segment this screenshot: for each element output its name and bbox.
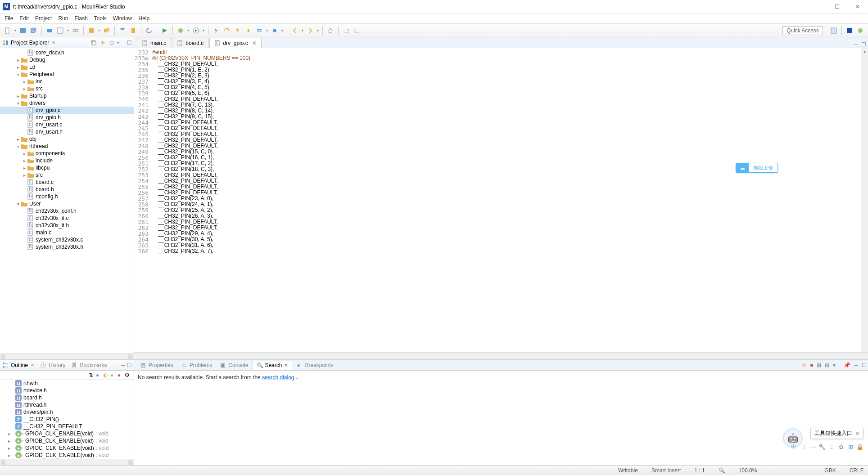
filter-local-icon[interactable]: ● [118, 372, 124, 378]
tool-8[interactable]: 🔒 [856, 443, 863, 450]
maximize-panel-icon[interactable]: ☐ [860, 362, 868, 368]
outline-item[interactable]: #__CH32_PIN_DEFAULT [0, 423, 134, 430]
new-button[interactable] [3, 26, 13, 36]
outline-item[interactable]: ▸●sGPIOB_CLK_ENABLE(void) : void [0, 437, 134, 444]
overview-ruler[interactable]: ▴ ▾ [861, 48, 868, 352]
outline-list[interactable]: ⊔rthw.h⊔rtdevice.h⊔board.h⊔rtthread.h⊔dr… [0, 380, 134, 459]
clean-button[interactable] [128, 26, 138, 36]
tree-item[interactable]: ▾Peripheral [0, 71, 134, 78]
step-return-button[interactable] [244, 26, 253, 36]
menu-edit[interactable]: Edit [19, 15, 29, 22]
tree-hscroll[interactable] [0, 353, 134, 359]
code-content[interactable]: #endif #if (CH32V30X_PIN_NUMBERS == 100)… [152, 48, 861, 352]
minimize-button[interactable]: ─ [806, 0, 827, 13]
tree-item[interactable]: hboard.h [0, 186, 134, 193]
editor-tab[interactable]: cmain.c [137, 38, 171, 48]
filter-public-icon[interactable]: ● [110, 372, 117, 378]
pin-button[interactable] [326, 26, 335, 36]
close-icon[interactable]: ✕ [31, 363, 34, 367]
status-eol[interactable]: CRLF [850, 467, 863, 474]
tree-item[interactable]: cdrv_gpio.c [0, 107, 134, 114]
tool-2[interactable]: ☽ [800, 443, 807, 450]
tree-item[interactable]: ▸inc [0, 78, 134, 85]
menu-run[interactable]: Run [58, 15, 68, 22]
instruction-step-button[interactable] [254, 26, 264, 36]
tree-item[interactable]: hch32v30x_conf.h [0, 207, 134, 215]
filter-static-icon[interactable]: ◐ [103, 372, 109, 378]
editor-tab[interactable]: cdrv_gpio.c✕ [209, 38, 261, 48]
skip-button[interactable] [160, 26, 170, 36]
perspective-main-button[interactable] [845, 26, 854, 36]
tool-3[interactable]: ⋯ [809, 443, 816, 450]
forward-button[interactable] [305, 26, 315, 36]
status-zoom[interactable]: 100.0% [739, 467, 757, 474]
close-icon[interactable]: ✕ [52, 40, 55, 45]
filter-macro-icon[interactable]: ⚙ [125, 372, 131, 378]
expand-icon[interactable]: ⊞ [815, 362, 823, 368]
tree-item[interactable]: ▸Debug [0, 56, 134, 63]
outline-item[interactable]: ▸●sGPIOA_CLK_ENABLE(void) : void [0, 430, 134, 437]
link-button[interactable] [71, 26, 81, 36]
run-button[interactable] [191, 26, 201, 36]
quick-access-field[interactable]: Quick Access [782, 26, 823, 35]
tool-7[interactable]: ⊞ [847, 443, 854, 450]
toggle-button[interactable] [45, 26, 54, 36]
tree-item[interactable]: ▾drivers [0, 99, 134, 107]
view-menu-icon[interactable]: ▾ [117, 40, 119, 45]
tree-item[interactable]: ▸libcpu [0, 164, 134, 171]
minimize-view-icon[interactable]: ─ [121, 40, 125, 46]
outline-item[interactable]: ⊔rtthread.h [0, 401, 134, 408]
tool-5[interactable]: ☺ [828, 443, 835, 450]
collapse-icon[interactable]: ⊟ [823, 362, 831, 368]
tree-item[interactable]: ▸obj [0, 135, 134, 143]
tree-item[interactable]: ▸src [0, 171, 134, 179]
build-button[interactable] [86, 26, 96, 36]
tree-item[interactable]: ▸components [0, 150, 134, 157]
build-all-button[interactable] [102, 26, 112, 36]
step-into-button[interactable] [233, 26, 243, 36]
collapse-all-icon[interactable] [90, 39, 97, 46]
tree-item[interactable]: ▸Startup [0, 92, 134, 99]
search-dialog-link[interactable]: search dialog [262, 374, 294, 381]
tree-item[interactable]: ▸src [0, 85, 134, 92]
toolkit-widget[interactable]: 工具箱快捷入口 ✕ [810, 428, 863, 439]
zoom-icon[interactable]: 🔍 [719, 467, 725, 474]
tree-item[interactable]: ▸Ld [0, 63, 134, 71]
redo-button[interactable] [352, 26, 362, 36]
refresh-button[interactable] [144, 26, 154, 36]
editor-tab[interactable]: cboard.c [172, 38, 208, 48]
bottom-tab-console[interactable]: ▣Console [217, 361, 252, 369]
tree-item[interactable]: ▾rtthread [0, 143, 134, 150]
flash-button[interactable] [211, 26, 221, 36]
tool-1[interactable]: 中 [790, 443, 797, 450]
outline-item[interactable]: #__CH32_PIN() [0, 416, 134, 423]
maximize-editor-icon[interactable]: ☐ [859, 41, 868, 48]
outline-hscroll[interactable] [0, 459, 134, 465]
tab-history[interactable]: History [49, 362, 65, 368]
tree-item[interactable]: hdrv_gpio.h [0, 114, 134, 121]
editor-hscroll[interactable] [134, 352, 868, 359]
menu-project[interactable]: Project [35, 15, 52, 22]
outline-item[interactable]: ⊔drivers/pin.h [0, 408, 134, 416]
status-encoding[interactable]: GBK [824, 467, 836, 474]
view-menu-dropdown[interactable]: ▾ [832, 362, 837, 368]
save-button[interactable] [18, 26, 28, 36]
close-button[interactable]: ✕ [847, 0, 868, 13]
menu-tools[interactable]: Tools [94, 15, 107, 22]
save-all-button[interactable] [29, 26, 39, 36]
bottom-tab-problems[interactable]: ⚠Problems [178, 361, 216, 369]
tree-item[interactable]: hcore_riscv.h [0, 49, 134, 56]
project-tree[interactable]: hcore_riscv.h▸Debug▸Ld▾Peripheral▸inc▸sr… [0, 48, 134, 353]
tree-item[interactable]: hdrv_usart.h [0, 128, 134, 135]
tree-item[interactable]: hrtconfig.h [0, 193, 134, 200]
focus-icon[interactable] [108, 39, 115, 46]
breakpoint-button[interactable] [270, 26, 280, 36]
menu-help[interactable]: Help [139, 15, 150, 22]
outline-item[interactable]: ▸●sGPIOD_CLK_ENABLE(void) : void [0, 452, 134, 459]
minimize-panel-icon[interactable]: ─ [853, 362, 859, 368]
maximize-button[interactable]: ☐ [827, 0, 847, 13]
bookmarks-icon[interactable] [71, 362, 78, 369]
tree-item[interactable]: ▾User [0, 200, 134, 207]
step-over-button[interactable] [222, 26, 232, 36]
perspective-debug-button[interactable] [855, 26, 865, 36]
